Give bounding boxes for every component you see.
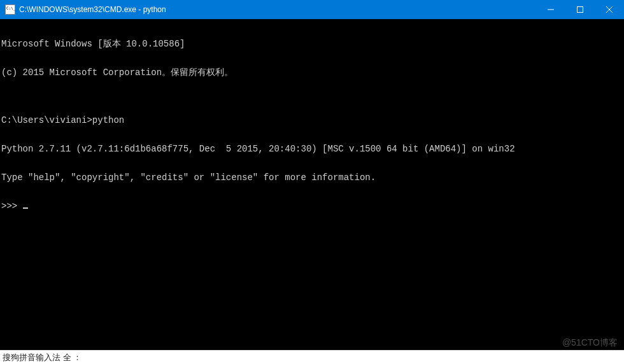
titlebar[interactable]: C:\WINDOWS\system32\CMD.exe - python	[0, 0, 624, 19]
cursor	[23, 207, 28, 209]
python-prompt: >>>	[1, 202, 623, 211]
minimize-icon	[548, 6, 554, 13]
ime-status-bar[interactable]: 搜狗拼音输入法 全 ：	[0, 350, 624, 364]
cmd-window: C:\WINDOWS\system32\CMD.exe - python Mic…	[0, 0, 624, 364]
maximize-icon	[577, 6, 583, 13]
window-title: C:\WINDOWS\system32\CMD.exe - python	[19, 0, 166, 19]
maximize-button[interactable]	[565, 0, 595, 19]
terminal-line: C:\Users\viviani>python	[1, 116, 623, 125]
titlebar-left: C:\WINDOWS\system32\CMD.exe - python	[0, 0, 166, 19]
terminal-line: Python 2.7.11 (v2.7.11:6d1b6a68f775, Dec…	[1, 144, 623, 154]
minimize-button[interactable]	[536, 0, 565, 19]
close-icon	[606, 6, 613, 13]
terminal-output[interactable]: Microsoft Windows [版本 10.0.10586] (c) 20…	[0, 19, 624, 350]
cmd-icon	[5, 4, 15, 15]
ime-status-text: 搜狗拼音输入法 全 ：	[3, 352, 82, 363]
titlebar-controls	[536, 0, 624, 19]
close-button[interactable]	[595, 0, 624, 19]
terminal-line: Type "help", "copyright", "credits" or "…	[1, 173, 623, 183]
terminal-line: Microsoft Windows [版本 10.0.10586]	[1, 39, 623, 49]
terminal-line: (c) 2015 Microsoft Corporation。保留所有权利。	[1, 68, 623, 78]
svg-rect-1	[578, 7, 583, 13]
